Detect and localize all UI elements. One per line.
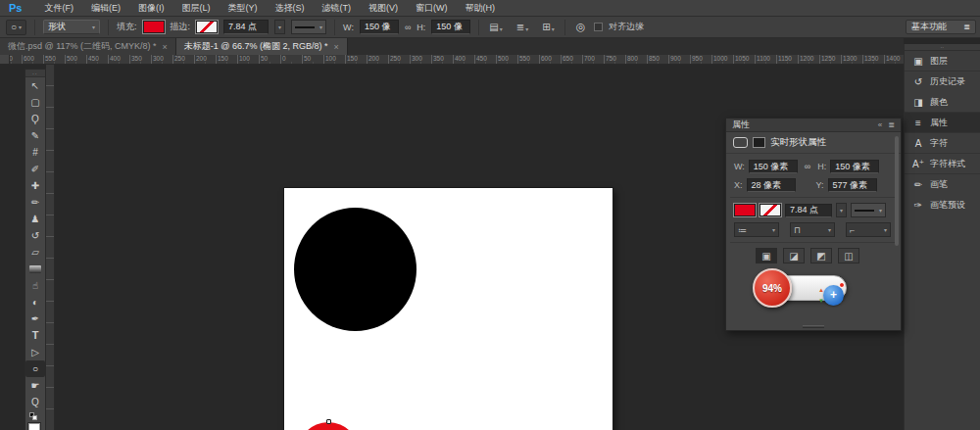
subtract-shape-button[interactable]: ◪ [783, 248, 805, 263]
properties-panel-titlebar[interactable]: 属性 « ≣ [726, 119, 901, 132]
panel-resize-grip[interactable] [803, 325, 824, 328]
menu-item[interactable]: 选择(S) [266, 0, 313, 17]
stroke-style-picker[interactable]: ▾ [851, 203, 886, 217]
link-dimensions-icon[interactable]: ∞ [405, 23, 411, 32]
speed-monitor-widget[interactable]: ▲ 0K/s ▼ 0K/s + 94% [753, 268, 849, 308]
default-colors-icon[interactable] [29, 412, 39, 420]
tool-mode-select[interactable]: 形状 ▾ [43, 20, 100, 34]
shape-height-field[interactable]: 150 像 [431, 20, 470, 34]
panel-tab-character-styles[interactable]: A⁺ 字符样式 [905, 154, 980, 174]
gear-icon[interactable]: ◎ [573, 21, 589, 33]
stroke-width-dropdown-button[interactable]: ▾ [274, 20, 285, 34]
fill-color-swatch[interactable] [143, 21, 165, 33]
stroke-width-field[interactable]: 7.84 点 [223, 20, 269, 34]
close-icon[interactable]: × [163, 42, 168, 52]
prop-y-field[interactable]: 577 像素 [828, 178, 877, 192]
stroke-cap-select[interactable]: ⊓ ▾ [790, 222, 835, 237]
document-tab-untitled[interactable]: 未标题-1 @ 66.7% (椭圆 2, RGB/8) * × [176, 38, 348, 55]
panel-tab-color[interactable]: ◨ 颜色 [905, 92, 980, 113]
accelerate-button[interactable]: + [823, 285, 844, 306]
panel-label: 字符样式 [930, 158, 965, 170]
stroke-color-swatch[interactable] [196, 21, 218, 33]
fill-color-swatch[interactable] [734, 204, 756, 216]
marquee-tool[interactable]: ▢ [25, 94, 45, 111]
lasso-tool[interactable]: Ϙ [25, 111, 45, 127]
panel-tab-character[interactable]: A 字符 [905, 133, 980, 154]
zoom-tool[interactable]: Q [25, 394, 45, 410]
workspace-switcher[interactable]: 基本功能 ≣ [906, 20, 976, 34]
foreground-color-swatch[interactable] [28, 423, 40, 430]
document-tab-weixin[interactable]: 微信.psd @ 117% (二维码, CMYK/8) * × [0, 38, 176, 55]
ruler-label: 150 [345, 55, 367, 65]
panel-tab-layers[interactable]: ▣ 图层 [905, 51, 980, 72]
link-dimensions-icon[interactable]: ∞ [805, 162, 810, 171]
eraser-tool[interactable]: ▱ [25, 244, 45, 261]
stroke-width-field[interactable]: 7.84 点 [785, 204, 832, 217]
tool-icon: ↺ [31, 231, 39, 241]
stroke-style-picker[interactable]: ▾ [291, 20, 326, 34]
prop-width-field[interactable]: 150 像素 [749, 160, 798, 173]
menu-item[interactable]: 窗口(W) [407, 0, 457, 17]
exclude-shape-button[interactable]: ◫ [838, 248, 859, 263]
quick-selection-tool[interactable]: ✎ [25, 127, 45, 144]
menu-item[interactable]: 图层(L) [172, 0, 219, 17]
stroke-color-swatch[interactable] [760, 204, 781, 216]
dodge-tool[interactable]: ◐ [25, 294, 45, 311]
crop-tool[interactable]: # [25, 144, 45, 161]
menu-item[interactable]: 文件(F) [35, 0, 82, 17]
panel-tab-brush[interactable]: ✏ 画笔 [905, 174, 980, 195]
move-tool[interactable]: ↖ [25, 77, 45, 94]
menu-item[interactable]: 编辑(E) [82, 0, 129, 17]
smudge-tool[interactable]: ☝ [25, 277, 45, 294]
clone-stamp-tool[interactable]: ♟ [25, 211, 45, 227]
panel-scrollbar[interactable] [895, 136, 899, 246]
memory-usage-ball[interactable]: 94% [753, 268, 792, 308]
path-arrangement-button[interactable]: ⊞ ▾ [540, 22, 556, 32]
vector-mask-thumbnail[interactable] [753, 137, 765, 148]
gradient-tool[interactable]: ▬ [25, 261, 45, 277]
shape-width-field[interactable]: 150 像 [360, 20, 399, 34]
stroke-corner-select[interactable]: ⌐ ▾ [846, 222, 891, 237]
combine-shapes-button[interactable]: ▣ [756, 248, 777, 263]
vertical-ruler[interactable] [46, 65, 55, 430]
anchor-point-top[interactable] [326, 419, 331, 424]
black-ellipse-shape[interactable] [294, 208, 416, 331]
path-operations-button[interactable]: ▤ ▾ [487, 22, 504, 32]
tool-icon: ✚ [31, 181, 39, 191]
brush-tool[interactable]: ✏ [25, 194, 45, 211]
healing-brush-tool[interactable]: ✚ [25, 177, 45, 194]
ruler-origin-box[interactable] [0, 55, 10, 65]
horizontal-ruler[interactable]: 6506005505004504003503002502001501005005… [0, 55, 904, 65]
panel-tab-brush-presets[interactable]: ✑ 画笔预设 [905, 195, 980, 215]
ruler-label: 950 [690, 55, 711, 65]
menu-item[interactable]: 滤镜(T) [313, 0, 360, 17]
align-edges-checkbox[interactable] [594, 23, 603, 31]
history-brush-tool[interactable]: ↺ [25, 227, 45, 244]
panel-menu-icon[interactable]: ≣ [888, 120, 895, 129]
intersect-shape-button[interactable]: ◩ [810, 248, 832, 263]
tool-preset-picker[interactable]: ○ ▾ [6, 20, 26, 35]
panel-tab-history[interactable]: ↺ 历史记录 [905, 72, 980, 92]
menu-item[interactable]: 视图(V) [360, 0, 407, 17]
path-alignment-button[interactable]: ≣ ▾ [514, 22, 530, 32]
panel-tab-properties[interactable]: ≡ 属性 [905, 113, 980, 133]
stroke-width-dropdown-button[interactable]: ▾ [836, 203, 847, 217]
tools-panel-grip[interactable]: ∙∙ [25, 70, 45, 77]
close-icon[interactable]: × [333, 42, 338, 52]
type-tool[interactable]: T [25, 327, 45, 344]
combo-icon: ⌐ [850, 225, 855, 235]
menu-item[interactable]: 类型(Y) [219, 0, 266, 17]
tools-panel: ∙∙ ↖ ▢ Ϙ ✎ # [24, 69, 46, 430]
eyedropper-tool[interactable]: ✐ [25, 161, 45, 177]
pen-tool[interactable]: ✒ [25, 311, 45, 327]
prop-height-field[interactable]: 150 像素 [830, 160, 879, 173]
menu-item[interactable]: 帮助(H) [456, 0, 504, 17]
hand-tool[interactable]: ☛ [25, 377, 45, 394]
ellipse-tool[interactable]: ○ [25, 360, 45, 377]
prop-x-field[interactable]: 28 像素 [747, 178, 796, 192]
path-selection-tool[interactable]: ▷ [25, 344, 45, 360]
panel-dock-grip[interactable]: ∙∙ [905, 44, 980, 51]
menu-item[interactable]: 图像(I) [129, 0, 173, 17]
collapse-panel-icon[interactable]: « [878, 120, 882, 129]
stroke-align-select[interactable]: ≔ ▾ [734, 222, 779, 237]
